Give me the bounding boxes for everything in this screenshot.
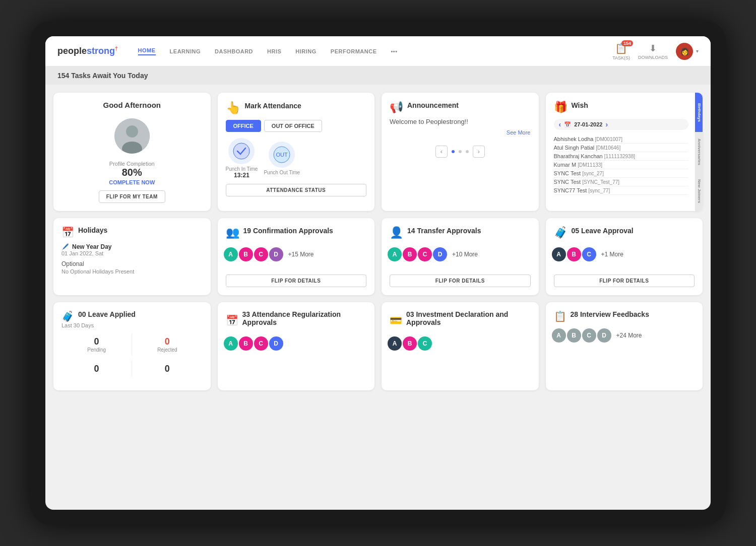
punch-in-time: 13:21 (234, 172, 249, 179)
punch-times: Punch In Time 13:21 OUT Punch Out Time (226, 138, 367, 179)
wish-header: 🎁 Wish (554, 101, 689, 114)
leave-approval-flip-button[interactable]: FLIP FOR DETAILS (554, 275, 695, 287)
leave-rejected-label: Rejected (132, 347, 202, 353)
leave-pending-stat: 0 Pending (61, 333, 132, 356)
user-avatar-container[interactable]: 👩 ▾ (676, 43, 699, 60)
wish-person-1: Abhishek Lodha [DM001007] (554, 135, 689, 144)
confirmation-avatar-1: A (223, 246, 239, 262)
confirmation-avatars: A B C D +15 More (226, 246, 367, 262)
out-of-office-button[interactable]: OUT OF OFFICE (264, 120, 322, 132)
wish-icon: 🎁 (554, 101, 568, 114)
holiday-name: 🖊️ New Year Day (61, 243, 203, 250)
confirmation-icon: 👥 (226, 226, 239, 239)
announcement-prev[interactable]: ‹ (435, 146, 448, 158)
attendance-toggle: OFFICE OUT OF OFFICE (226, 120, 367, 132)
nav-hiring[interactable]: HIRING (295, 48, 317, 54)
confirmation-more: +15 More (288, 251, 314, 258)
att-reg-avatar-4: D (268, 335, 284, 352)
calendar-icon: 📅 (564, 121, 571, 128)
punch-in-label: Punch In Time (226, 166, 258, 172)
wish-next[interactable]: › (605, 120, 608, 128)
birthdays-tab[interactable]: Birthdays (695, 93, 703, 132)
wish-date: 27-01-2022 (574, 121, 602, 127)
investment-icon: 💳 (390, 314, 402, 326)
interview-card: 📋 28 Interview Feedbacks A B C D +24 Mor… (546, 302, 703, 390)
announcement-next[interactable]: › (473, 146, 485, 158)
nav-learning[interactable]: LEARNING (170, 48, 201, 54)
holidays-icon: 📅 (61, 226, 74, 238)
holiday-date: 01 Jan 2022, Sat (61, 250, 203, 256)
leave-approval-title: 05 Leave Approval (572, 227, 634, 235)
interview-avatar-2: B (566, 327, 582, 344)
wish-person-5: SYNC Test [sync_27] (554, 169, 689, 178)
leave-rejected-num: 0 (132, 336, 202, 347)
nav-home[interactable]: HOME (138, 47, 156, 55)
leave-applied-subtitle: Last 30 Days (61, 322, 203, 328)
tasks-button[interactable]: 📋 154 TASK(S) (612, 42, 630, 60)
confirmation-avatar-4: D (268, 246, 284, 262)
wish-title: Wish (572, 101, 588, 109)
wish-card: 🎁 Wish ‹ 📅 27-01-2022 › Abhishek Lodha [… (546, 93, 703, 211)
leave-applied-icon: 🧳 (61, 310, 74, 322)
tasks-bar: 154 Tasks Await You Today (45, 66, 711, 85)
announcement-text: Welcome to Peoplestrong!! (390, 118, 531, 125)
leave-approval-header: 🧳 05 Leave Approval (554, 226, 695, 239)
confirmation-header: 👥 19 Confirmation Approvals (226, 226, 367, 239)
leave-stat-4: 0 (132, 361, 202, 377)
leave-stats: 0 Pending 0 Rejected (61, 333, 203, 356)
holidays-header: 📅 Holidays (61, 226, 203, 238)
leave-approval-card: 🧳 05 Leave Approval A B C +1 More FLIP F… (546, 218, 703, 295)
nav-performance[interactable]: PERFORMANCE (331, 48, 377, 54)
transfer-avatar-4: D (432, 246, 448, 262)
profile-completion-label: Profile Completion (109, 161, 155, 167)
tasks-bar-text: 154 Tasks Await You Today (57, 72, 148, 80)
punch-in-item: Punch In Time 13:21 (226, 138, 258, 179)
holidays-card: 📅 Holidays 🖊️ New Year Day 01 Jan 2022, … (53, 218, 211, 295)
transfer-flip-button[interactable]: FLIP FOR DETAILS (390, 275, 531, 287)
anniversaries-tab[interactable]: Anniversaries (695, 132, 703, 171)
header: peoplestrong† HOME LEARNING DASHBOARD HR… (45, 36, 711, 66)
attendance-title: Mark Attendance (245, 102, 301, 110)
announcement-dot-2 (459, 150, 462, 153)
transfer-avatar-3: C (417, 246, 433, 262)
holiday-name-icon: 🖊️ (61, 243, 69, 250)
wish-side-tabs: Birthdays Anniversaries New Joiners (695, 93, 703, 211)
punch-out-icon: OUT (269, 142, 295, 168)
transfer-avatar-1: A (387, 246, 403, 262)
leave-applied-header: 🧳 00 Leave Applied (61, 310, 203, 322)
att-reg-avatar-3: C (253, 335, 269, 352)
nav-more[interactable]: ••• (391, 48, 397, 54)
attendance-reg-card: 📅 33 Attendance Regularization Approvals… (218, 302, 375, 390)
user-avatar: 👩 (676, 43, 693, 60)
transfer-icon: 👤 (390, 226, 403, 239)
wish-person-2: Atul Singh Patial [DM10646] (554, 144, 689, 152)
punch-in-icon (228, 138, 255, 164)
office-button[interactable]: OFFICE (226, 120, 261, 132)
complete-now-link[interactable]: COMPLETE NOW (109, 179, 155, 185)
nav-dashboard[interactable]: DASHBOARD (215, 48, 253, 54)
tasks-badge: 154 (621, 40, 633, 46)
att-reg-avatar-1: A (223, 335, 239, 352)
investment-card: 💳 03 Investment Declaration and Approval… (382, 302, 539, 390)
interview-more: +24 More (616, 332, 642, 339)
leave-avatar-3: C (581, 246, 597, 262)
new-joiners-tab[interactable]: New Joiners (695, 172, 703, 211)
interview-icon: 📋 (554, 310, 566, 322)
profile-percent: 80% (122, 167, 142, 178)
downloads-button[interactable]: ⬇ DOWNLOADS (638, 43, 668, 60)
see-more-link[interactable]: See More (390, 129, 531, 135)
announcement-dot-1 (452, 150, 455, 153)
interview-avatar-3: C (581, 327, 597, 344)
leave-pending-num: 0 (61, 336, 132, 347)
flip-for-my-team-button[interactable]: FLIP FOR MY TEAM (99, 190, 165, 203)
svg-text:OUT: OUT (276, 152, 288, 158)
wish-person-6: SYNC Test [SYNC_Test_77] (554, 178, 689, 186)
wish-prev[interactable]: ‹ (559, 120, 561, 128)
announcement-card: 📢 Announcement Welcome to Peoplestrong!!… (382, 93, 539, 211)
svg-point-1 (126, 125, 138, 138)
transfer-avatars: A B C D +10 More (390, 246, 531, 262)
confirmation-flip-button[interactable]: FLIP FOR DETAILS (226, 275, 367, 287)
optional-badge: Optional (61, 260, 203, 267)
attendance-status-button[interactable]: ATTENDANCE STATUS (226, 184, 367, 196)
nav-hris[interactable]: HRIS (267, 48, 281, 54)
